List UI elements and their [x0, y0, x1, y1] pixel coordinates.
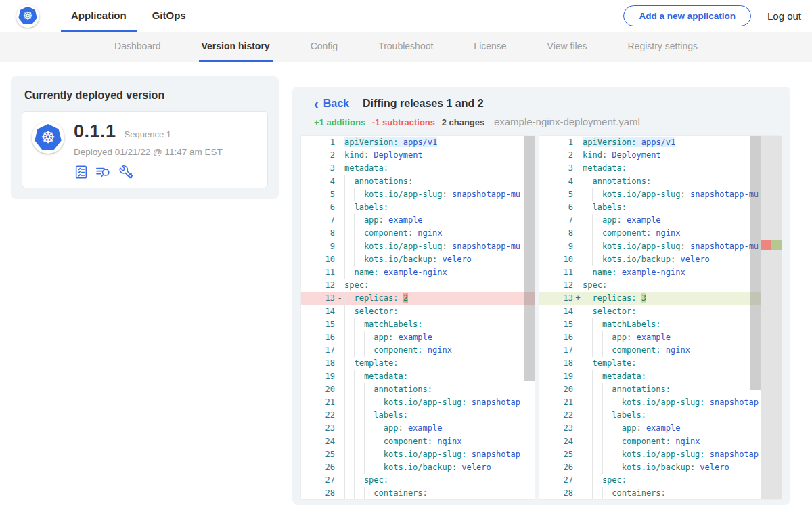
changes-count: 2 changes [442, 117, 485, 127]
version-info: 0.1.1 Sequence 1 Deployed 01/21/22 @ 11:… [74, 121, 223, 179]
diff-line: 17component: nginx [539, 344, 782, 357]
diff-stats: +1 additions -1 subtractions 2 changes e… [300, 116, 782, 127]
back-link[interactable]: ‹ Back [314, 98, 349, 110]
diff-title: Diffing releases 1 and 2 [363, 98, 484, 110]
back-label: Back [323, 98, 349, 110]
diff-line: 26kots.io/backup: velero [539, 461, 782, 474]
diff-line: 1apiVersion: apps/v1 [301, 136, 535, 149]
subnav-item-registry-settings[interactable]: Registry settings [625, 32, 700, 62]
tab-application[interactable]: Application [61, 0, 137, 32]
added-line-marker [771, 240, 782, 250]
preflight-results-button[interactable] [95, 165, 112, 179]
diff-line: 17component: nginx [301, 344, 535, 357]
app-icon-badge: ☸ [32, 121, 64, 154]
top-navigation: ☸ Application GitOps Add a new applicati… [0, 0, 812, 32]
diff-line: 22labels: [539, 409, 782, 422]
diff-line: 14selector: [301, 305, 535, 318]
diff-line: 10kots.io/backup: velero [301, 253, 535, 266]
diff-line: 4annotations: [539, 175, 782, 188]
diff-line: 7app: example [539, 214, 782, 227]
diff-line: 23app: example [539, 422, 782, 435]
subtractions-count: -1 subtractions [372, 117, 435, 127]
diff-line: 5kots.io/app-slug: snapshotapp-mu [539, 188, 782, 201]
deployed-card-title: Currently deployed version [24, 89, 268, 102]
diff-line: 3metadata: [539, 162, 782, 175]
diff-line: 12spec: [301, 279, 535, 292]
deployed-timestamp: Deployed 01/21/22 @ 11:47 am EST [74, 147, 223, 157]
deployed-version-card: ☸ 0.1.1 Sequence 1 Deployed 01/21/22 @ 1… [22, 111, 268, 188]
diff-line: 9kots.io/app-slug: snapshotapp-mu [539, 240, 782, 253]
diff-line: 16app: example [539, 331, 782, 344]
preflight-results-icon [95, 165, 112, 179]
kubernetes-heptagon: ☸ [18, 7, 37, 26]
kubernetes-wheel-icon: ☸ [41, 129, 55, 146]
diff-line: 9kots.io/app-slug: snapshotapp-mu [301, 240, 535, 253]
original-code-lines: 1apiVersion: apps/v12kind: Deployment3me… [301, 136, 535, 500]
diff-line: 24component: nginx [301, 435, 535, 448]
diff-line: 15matchLabels: [539, 318, 782, 331]
subnav-item-version-history[interactable]: Version history [199, 32, 273, 62]
diff-line: 18template: [301, 357, 535, 370]
diff-panes: 1apiVersion: apps/v12kind: Deployment3me… [300, 135, 782, 500]
diff-line: 2kind: Deployment [301, 149, 535, 162]
subnav-item-view-files[interactable]: View files [545, 32, 590, 62]
diff-line: 14selector: [539, 305, 782, 318]
diff-line: 8component: nginx [301, 227, 535, 240]
diff-line: 22labels: [301, 409, 535, 422]
add-application-button[interactable]: Add a new application [623, 5, 751, 26]
kubernetes-logo-circle: ☸ [16, 5, 39, 28]
diff-line: 19metadata: [301, 370, 535, 383]
diff-line: 18template: [539, 357, 782, 370]
diff-line: 28containers: [539, 487, 782, 500]
diff-line: 8component: nginx [539, 227, 782, 240]
diff-line: 6labels: [539, 201, 782, 214]
subnav-item-license[interactable]: License [471, 32, 509, 62]
diff-header: ‹ Back Diffing releases 1 and 2 [300, 96, 782, 110]
logout-link[interactable]: Log out [767, 10, 801, 22]
diff-line: 19metadata: [539, 370, 782, 383]
config-wrench-gear-icon [118, 165, 134, 179]
application-subnav: Dashboard Version history Config Trouble… [0, 32, 812, 62]
diff-line: 25kots.io/app-slug: snapshotap [539, 448, 782, 461]
diff-line: 20annotations: [301, 383, 535, 396]
diff-line: 4annotations: [301, 175, 535, 188]
diff-line: 20annotations: [539, 383, 782, 396]
currently-deployed-card: Currently deployed version ☸ 0.1.1 Seque… [11, 76, 279, 199]
diff-line: 1apiVersion: apps/v1 [539, 136, 782, 149]
kubernetes-wheel-icon: ☸ [22, 10, 32, 22]
diff-filename: example-nginx-deployment.yaml [494, 116, 640, 127]
additions-count: +1 additions [314, 117, 365, 127]
sequence-label: Sequence 1 [125, 129, 171, 139]
diff-line: 26kots.io/backup: velero [301, 461, 535, 474]
diff-line: 28containers: [301, 487, 535, 500]
kubernetes-logo[interactable]: ☸ [16, 5, 39, 28]
scrollbar-thumb[interactable] [750, 136, 761, 390]
subnav-item-dashboard[interactable]: Dashboard [112, 32, 164, 62]
diff-pane-original[interactable]: 1apiVersion: apps/v12kind: Deployment3me… [300, 135, 535, 500]
diff-line: 2kind: Deployment [539, 149, 782, 162]
release-notes-icon [74, 165, 89, 179]
diff-overview-ruler [761, 136, 782, 499]
version-number: 0.1.1 [74, 121, 116, 142]
subnav-item-troubleshoot[interactable]: Troubleshoot [376, 32, 436, 62]
release-notes-button[interactable] [74, 165, 89, 179]
diff-releases-card: ‹ Back Diffing releases 1 and 2 +1 addit… [292, 87, 790, 505]
diff-line: 3metadata: [301, 162, 535, 175]
diff-line: 21kots.io/app-slug: snapshotap [301, 396, 535, 409]
kubernetes-heptagon: ☸ [35, 124, 62, 151]
back-chevron-icon: ‹ [314, 98, 319, 109]
diff-line: 24component: nginx [539, 435, 782, 448]
removed-line-marker [761, 240, 771, 250]
diff-line: 23app: example [301, 422, 535, 435]
subnav-item-config[interactable]: Config [308, 32, 340, 62]
scrollbar-thumb[interactable] [524, 136, 535, 381]
diff-pane-modified[interactable]: 1apiVersion: apps/v12kind: Deployment3me… [539, 135, 782, 500]
edit-config-button[interactable] [118, 165, 134, 179]
diff-line: 16app: example [301, 331, 535, 344]
tab-gitops[interactable]: GitOps [142, 0, 196, 32]
modified-code-lines: 1apiVersion: apps/v12kind: Deployment3me… [539, 136, 782, 500]
diff-line: 5kots.io/app-slug: snapshotapp-mu [301, 188, 535, 201]
diff-line: 15matchLabels: [301, 318, 535, 331]
diff-line: 25kots.io/app-slug: snapshotap [301, 448, 535, 461]
diff-line: 27spec: [301, 474, 535, 487]
